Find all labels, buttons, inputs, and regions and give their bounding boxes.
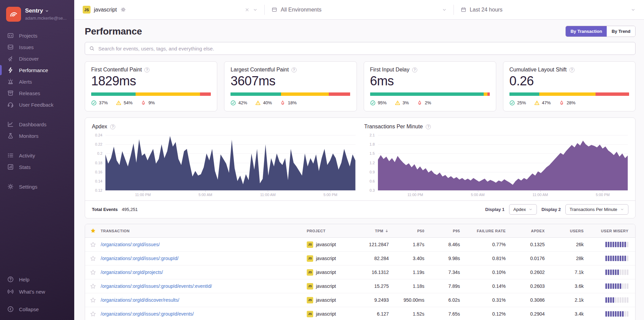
display2-select[interactable]: Transactions Per Minute: [565, 204, 628, 215]
help-icon[interactable]: ?: [291, 67, 297, 72]
transaction-link[interactable]: /organizations/:orgId/discover/results/: [101, 297, 179, 303]
transaction-link[interactable]: /organizations/:orgId/issues/:groupId/: [101, 256, 179, 261]
failure-rate-value: 0.14%: [467, 283, 512, 289]
sidebar-item-stats[interactable]: Stats: [0, 161, 74, 173]
calendar-icon: [461, 7, 466, 13]
meh-warning-icon: [534, 100, 540, 106]
vital-card-first-contentful-paint: First Contentful Paint?1829ms37%54%9%: [85, 61, 217, 111]
column-header-users[interactable]: USERS: [551, 229, 590, 233]
favorite-star-icon[interactable]: [85, 270, 101, 275]
meh-percent: 40%: [263, 100, 272, 105]
sidebar-item-dashboards[interactable]: Dashboards: [0, 119, 74, 130]
project-name: javascript: [94, 7, 117, 13]
poor-segment: [596, 92, 629, 96]
sidebar-item-discover[interactable]: Discover: [0, 53, 74, 64]
tpm-value: 82.284: [358, 256, 396, 261]
column-header-p95[interactable]: P95: [431, 229, 467, 233]
collapse-label: Collapse: [19, 306, 39, 312]
project-settings-icon[interactable]: [120, 7, 126, 13]
sidebar-item-help[interactable]: Help: [0, 273, 74, 285]
total-events-label: Total Events: [92, 207, 118, 212]
column-header-user-misery[interactable]: USER MISERY: [590, 229, 635, 233]
sidebar-item-projects[interactable]: Projects: [0, 30, 74, 41]
search-icon: [89, 46, 95, 51]
transaction-link[interactable]: /organizations/:orgId/projects/: [101, 270, 163, 275]
charts-summary-row: Total Events 495,251 Display 1 Apdex Dis…: [85, 200, 635, 218]
tpm-value: 16.1312: [358, 270, 396, 275]
environment-chevron-down-icon[interactable]: [442, 7, 447, 12]
by-transaction-button[interactable]: By Transaction: [566, 26, 607, 37]
column-header-tpm[interactable]: TPM: [358, 229, 396, 233]
sidebar-item-settings[interactable]: Settings: [0, 181, 74, 192]
y-axis-tick: 0.2: [97, 151, 102, 155]
help-icon[interactable]: ?: [412, 67, 417, 72]
p95-value: 8.46s: [431, 242, 467, 247]
help-icon[interactable]: ?: [110, 124, 115, 129]
poor-percent: 28%: [567, 100, 576, 105]
sidebar-item-performance[interactable]: Performance: [0, 64, 74, 76]
favorite-star-icon[interactable]: [85, 311, 101, 317]
project-platform-badge: JS: [307, 283, 313, 290]
by-trend-button[interactable]: By Trend: [607, 26, 635, 37]
project-selector[interactable]: JS javascript: [83, 6, 258, 14]
transaction-link[interactable]: /organizations/:orgId/issues/:groupId/ev…: [101, 283, 212, 289]
column-header-failure-rate[interactable]: FAILURE RATE: [467, 229, 512, 233]
table-row: /organizations/:orgId/issues/:groupId/ev…: [85, 307, 635, 320]
sidebar-item-issues[interactable]: Issues: [0, 41, 74, 53]
project-chevron-down-icon[interactable]: [253, 7, 258, 12]
column-header-project[interactable]: PROJECT: [307, 229, 358, 233]
plot-area: 2.11.81.51.20.90.60.3: [364, 135, 628, 190]
sidebar-item-monitors[interactable]: Monitors: [0, 130, 74, 142]
y-axis-tick: 0.16: [95, 170, 102, 174]
projects-icon: [7, 32, 14, 39]
sidebar-collapse-button[interactable]: Collapse: [0, 303, 74, 315]
failure-rate-value: 0.12%: [467, 311, 512, 317]
display2-value: Transactions Per Minute: [570, 207, 617, 212]
favorite-star-icon[interactable]: [85, 242, 101, 248]
transaction-link[interactable]: /organizations/:orgId/issues/:groupId/ev…: [101, 311, 194, 317]
y-axis-tick: 1.5: [369, 151, 375, 155]
project-name: javascript: [316, 242, 336, 247]
favorite-star-icon[interactable]: [85, 283, 101, 289]
sidebar-item-label: Settings: [19, 184, 37, 190]
column-header-p50[interactable]: P50: [396, 229, 431, 233]
sidebar-item-what-s-new[interactable]: What's new: [0, 285, 74, 298]
chevron-down-icon: [620, 208, 624, 211]
favorite-star-icon[interactable]: [85, 256, 101, 261]
clear-project-icon[interactable]: [245, 7, 249, 12]
search-input[interactable]: [98, 45, 631, 52]
sidebar-item-label: Activity: [19, 153, 35, 158]
sort-descending-icon[interactable]: [385, 229, 389, 233]
issues-icon: [7, 44, 14, 50]
good-segment: [509, 92, 539, 96]
environment-selector[interactable]: All Environments: [271, 7, 446, 13]
help-icon[interactable]: ?: [426, 124, 431, 129]
releases-icon: [7, 90, 14, 97]
x-axis-tickmark: [415, 190, 416, 192]
transaction-link[interactable]: /organizations/:orgId/issues/: [101, 242, 160, 247]
favorite-all-star-icon[interactable]: [85, 228, 101, 234]
good-check-icon: [370, 100, 376, 106]
help-icon[interactable]: ?: [144, 67, 149, 72]
sidebar-item-user-feedback[interactable]: User Feedback: [0, 99, 74, 110]
poor-percent: 9%: [148, 100, 155, 105]
favorite-star-icon[interactable]: [85, 297, 101, 303]
time-range-chevron-down-icon[interactable]: [631, 7, 636, 12]
sidebar-item-alerts[interactable]: Alerts: [0, 76, 74, 87]
sidebar-item-releases[interactable]: Releases: [0, 87, 74, 99]
time-range-selector[interactable]: Last 24 hours: [461, 7, 636, 13]
project-cell: JSjavascript: [307, 269, 358, 276]
project-name: javascript: [316, 270, 336, 275]
project-cell: JSjavascript: [307, 283, 358, 290]
column-header-apdex[interactable]: APDEX: [512, 229, 551, 233]
x-axis-tickmark: [268, 190, 268, 192]
org-switcher[interactable]: Sentry adam.mckerlie@se...: [0, 5, 74, 26]
column-header-transaction[interactable]: TRANSACTION: [101, 229, 307, 233]
vital-distribution-bar: [370, 92, 490, 96]
org-name: Sentry: [25, 7, 43, 14]
display1-select[interactable]: Apdex: [509, 204, 537, 215]
help-icon[interactable]: ?: [569, 67, 575, 72]
p95-value: 7.34s: [431, 270, 467, 275]
apdex-value: 0.3086: [512, 297, 551, 303]
sidebar-item-activity[interactable]: Activity: [0, 150, 74, 161]
